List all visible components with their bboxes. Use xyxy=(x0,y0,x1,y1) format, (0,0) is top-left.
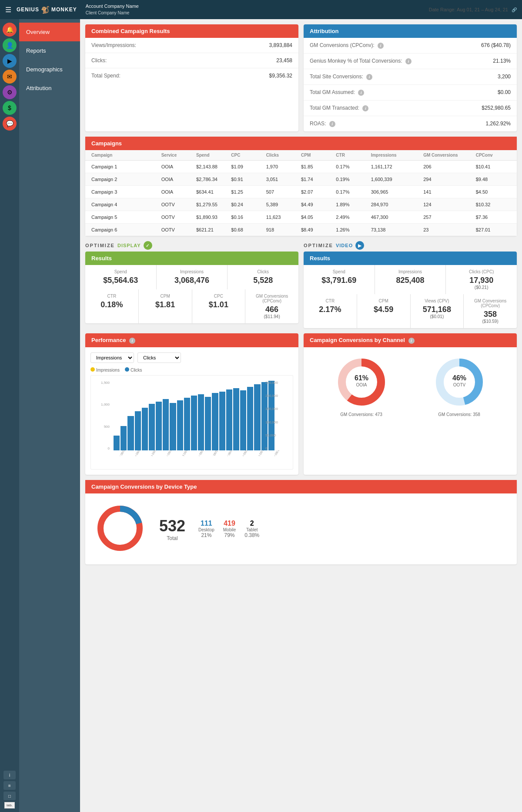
sidebar-icon-chat[interactable]: 💬 xyxy=(3,117,17,131)
sidebar-icon-bottom1[interactable]: ≡ xyxy=(3,781,16,790)
nav-item-overview[interactable]: Overview xyxy=(19,23,80,41)
bar-wrap xyxy=(156,381,162,450)
device-mobile: 419 Mobile 79% xyxy=(223,520,236,538)
x-label: Fri 08/07/ xyxy=(211,450,220,456)
table-cell: 206 xyxy=(423,164,476,169)
y-axis-impressions: 250,000 200,000 150,000 100,000 50,000 0 xyxy=(264,381,288,450)
ooia-conversions-label: GM Conversions: 473 xyxy=(335,412,388,417)
optimize-display-card: Results Spend $5,564.63 Impressions 3,06… xyxy=(85,252,298,323)
video-gmconv-label: GM Conversions (CPConv) xyxy=(469,299,512,308)
col-campaign: Campaign xyxy=(91,153,161,158)
video-clicks-subvalue: ($0.21) xyxy=(451,285,512,290)
info-performance[interactable]: i xyxy=(129,338,135,344)
table-cell: OOIA xyxy=(161,164,196,169)
table-cell: 141 xyxy=(423,189,476,195)
sidebar-icon-notifications[interactable]: 🔔 xyxy=(3,23,17,37)
channel-header: Campaign Conversions by Channel i xyxy=(304,333,517,347)
attribution-header: Attribution xyxy=(304,24,517,38)
logo-text: GENIUS xyxy=(17,7,39,13)
table-cell: $0.24 xyxy=(231,202,266,207)
x-label: Tue 08/11/ xyxy=(271,450,281,456)
clicks-value: 23,458 xyxy=(276,57,292,64)
sidebar-icon-settings[interactable]: ⚙ xyxy=(3,85,17,99)
video-gmconv-cell: GM Conversions (CPConv) 358 ($10.59) xyxy=(464,294,517,328)
bar-blue xyxy=(163,399,169,450)
optimize-video-section: OPTIMIZE video ▶ Results Spend $3,791.69… xyxy=(304,241,517,328)
x-label: Sat 08/01/ xyxy=(117,450,127,456)
table-cell: 73,138 xyxy=(371,227,424,232)
roas-label: ROAS: i xyxy=(310,121,335,127)
x-label: Mon 08/10/ xyxy=(255,450,265,456)
table-row: Campaign 3OOIA$634.41$1.25507$2.070.17%3… xyxy=(85,186,517,198)
sidebar-icon-user[interactable]: 👤 xyxy=(3,38,17,52)
video-views-value: 571,168 xyxy=(416,305,458,314)
optimize-video-word: video xyxy=(336,243,353,248)
info-roas[interactable]: i xyxy=(329,121,335,127)
video-ctr-value: 2.17% xyxy=(309,305,351,314)
svg-text:OOIA: OOIA xyxy=(356,383,367,387)
sidebar-icon-dollar[interactable]: $ xyxy=(3,101,17,115)
attribution-stats: GM Conversions (CPConv): i 676 ($40.78) … xyxy=(304,38,517,131)
sidebar-icon-play[interactable]: ▶ xyxy=(3,54,17,68)
video-gmconv-subvalue: ($10.59) xyxy=(469,319,512,324)
table-cell: Campaign 5 xyxy=(91,215,161,220)
nav-item-attribution[interactable]: Attribution xyxy=(19,79,80,97)
table-cell: OOTV xyxy=(161,215,196,220)
display-clicks-label: Clicks xyxy=(233,269,293,274)
performance-card: Performance i Impressions Clicks Impress… xyxy=(85,333,298,475)
chart-dropdown-impressions[interactable]: Impressions xyxy=(90,352,134,363)
info-channel[interactable]: i xyxy=(408,338,415,344)
info-gm-pct[interactable]: i xyxy=(405,58,412,64)
bar-blue xyxy=(212,393,218,450)
table-cell: $9.48 xyxy=(476,177,511,182)
sidebar-icon-mail[interactable]: ✉ xyxy=(3,70,17,84)
device-total: 532 Total xyxy=(159,517,185,541)
stat-gm-conv: GM Conversions (CPConv): i 676 ($40.78) xyxy=(304,38,517,54)
table-cell: $8.49 xyxy=(301,227,336,232)
mobile-count: 419 xyxy=(223,520,236,527)
table-row: Campaign 2OOIA$2,786.34$0.913,051$1.740.… xyxy=(85,173,517,186)
sidebar-bottom: i ≡ □ iab. xyxy=(3,771,16,812)
bar-wrap xyxy=(219,381,225,450)
link-icon[interactable]: 🔗 xyxy=(512,7,517,12)
optimize-video-results-header: Results xyxy=(304,252,517,265)
bar-wrap xyxy=(135,381,141,450)
sidebar-icon-iab: i xyxy=(3,771,16,779)
optimize-display-bottom-stats: CTR 0.18% CPM $1.81 CPC $1.01 GM Conve xyxy=(85,289,298,323)
nav-item-reports[interactable]: Reports xyxy=(19,41,80,60)
combined-campaign-card: Combined Campaign Results Views/Impressi… xyxy=(85,24,298,131)
client-name: Client Company Name xyxy=(86,10,139,16)
display-cpc-value: $1.01 xyxy=(197,300,240,309)
col-service: Service xyxy=(161,153,196,158)
table-cell: Campaign 2 xyxy=(91,177,161,182)
combined-campaign-stats: Views/Impressions: 3,893,884 Clicks: 23,… xyxy=(85,38,298,83)
table-cell: OOIA xyxy=(161,189,196,195)
chart-dropdown-clicks[interactable]: Clicks xyxy=(137,352,181,363)
device-header: Campaign Conversions by Device Type xyxy=(85,480,517,493)
display-cpc-cell: CPC $1.01 xyxy=(192,289,245,323)
info-site-conv[interactable]: i xyxy=(366,74,372,80)
x-label: Thu 08/06/ xyxy=(195,450,205,456)
stat-spend: Total Spend: $9,356.32 xyxy=(85,68,298,83)
bar-blue xyxy=(149,404,155,450)
table-cell: OOIA xyxy=(161,177,196,182)
hamburger-menu[interactable]: ☰ xyxy=(5,6,11,14)
info-gm-conv[interactable]: i xyxy=(378,43,384,49)
sidebar-icons: 🔔 👤 ▶ ✉ ⚙ $ 💬 i ≡ □ iab. xyxy=(0,19,19,812)
info-gm-assumed[interactable]: i xyxy=(358,90,364,96)
bar-blue xyxy=(156,402,162,450)
video-cpm-cell: CPM $4.59 xyxy=(357,294,410,328)
table-cell: 0.17% xyxy=(336,164,371,169)
iab-badge: iab. xyxy=(4,802,15,809)
table-cell: 2.49% xyxy=(336,215,371,220)
nav-item-demographics[interactable]: Demographics xyxy=(19,60,80,79)
display-gmconv-value: 466 xyxy=(251,305,293,314)
bar-wrap xyxy=(177,381,183,450)
video-cpm-label: CPM xyxy=(362,299,405,303)
info-gm-transacted[interactable]: i xyxy=(362,105,368,111)
bar-blue xyxy=(233,388,239,450)
table-cell: $634.41 xyxy=(196,189,231,195)
sidebar-icon-bottom2[interactable]: □ xyxy=(3,792,16,800)
device-donut xyxy=(94,502,146,556)
performance-row: Performance i Impressions Clicks Impress… xyxy=(85,333,517,475)
